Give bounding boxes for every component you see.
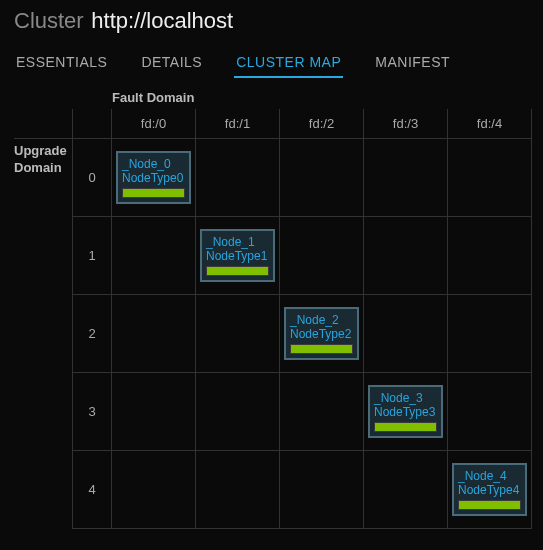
cell-3-4 [448, 373, 532, 451]
node-1[interactable]: _Node_1 NodeType1 [200, 229, 275, 282]
cluster-grid: fd:/0 fd:/1 fd:/2 fd:/3 fd:/4 Upgrade Do… [14, 109, 543, 529]
node-4[interactable]: _Node_4 NodeType4 [452, 463, 527, 516]
node-type: NodeType0 [122, 171, 185, 185]
health-bar-icon [290, 344, 353, 354]
cluster-map: Fault Domain fd:/0 fd:/1 fd:/2 fd:/3 fd:… [0, 78, 543, 529]
node-3[interactable]: _Node_3 NodeType3 [368, 385, 443, 438]
cell-1-2 [280, 217, 364, 295]
upgrade-domain-label: Upgrade Domain [14, 139, 72, 529]
grid-corner [72, 109, 112, 139]
node-name: _Node_0 [122, 157, 185, 171]
col-head-3: fd:/3 [364, 109, 448, 139]
row-head-3: 3 [72, 373, 112, 451]
cell-2-3 [364, 295, 448, 373]
title-prefix: Cluster [14, 8, 84, 33]
tab-details[interactable]: DETAILS [139, 48, 204, 78]
cell-4-0 [112, 451, 196, 529]
cell-1-1: _Node_1 NodeType1 [196, 217, 280, 295]
health-bar-icon [458, 500, 521, 510]
cell-0-0: _Node_0 NodeType0 [112, 139, 196, 217]
node-type: NodeType4 [458, 483, 521, 497]
tab-manifest[interactable]: MANIFEST [373, 48, 452, 78]
tab-cluster-map[interactable]: CLUSTER MAP [234, 48, 343, 78]
row-head-1: 1 [72, 217, 112, 295]
cell-1-0 [112, 217, 196, 295]
page-header: Cluster http://localhost [0, 0, 543, 38]
node-2[interactable]: _Node_2 NodeType2 [284, 307, 359, 360]
cell-4-1 [196, 451, 280, 529]
cell-2-1 [196, 295, 280, 373]
col-head-2: fd:/2 [280, 109, 364, 139]
health-bar-icon [122, 188, 185, 198]
grid-blank [14, 109, 72, 139]
cell-3-2 [280, 373, 364, 451]
fault-domain-label: Fault Domain [112, 90, 543, 105]
node-type: NodeType3 [374, 405, 437, 419]
cell-4-3 [364, 451, 448, 529]
col-head-4: fd:/4 [448, 109, 532, 139]
cell-3-0 [112, 373, 196, 451]
cell-4-2 [280, 451, 364, 529]
health-bar-icon [374, 422, 437, 432]
row-head-2: 2 [72, 295, 112, 373]
node-type: NodeType2 [290, 327, 353, 341]
node-name: _Node_4 [458, 469, 521, 483]
cell-3-3: _Node_3 NodeType3 [364, 373, 448, 451]
col-head-1: fd:/1 [196, 109, 280, 139]
tab-bar: ESSENTIALS DETAILS CLUSTER MAP MANIFEST [0, 38, 543, 78]
node-name: _Node_3 [374, 391, 437, 405]
node-name: _Node_1 [206, 235, 269, 249]
row-head-0: 0 [72, 139, 112, 217]
cell-0-1 [196, 139, 280, 217]
node-type: NodeType1 [206, 249, 269, 263]
col-head-0: fd:/0 [112, 109, 196, 139]
node-0[interactable]: _Node_0 NodeType0 [116, 151, 191, 204]
cell-3-1 [196, 373, 280, 451]
title-url: http://localhost [91, 8, 233, 33]
cell-2-0 [112, 295, 196, 373]
node-name: _Node_2 [290, 313, 353, 327]
cell-0-3 [364, 139, 448, 217]
tab-essentials[interactable]: ESSENTIALS [14, 48, 109, 78]
cell-1-3 [364, 217, 448, 295]
cell-1-4 [448, 217, 532, 295]
row-head-4: 4 [72, 451, 112, 529]
cell-4-4: _Node_4 NodeType4 [448, 451, 532, 529]
health-bar-icon [206, 266, 269, 276]
cell-0-2 [280, 139, 364, 217]
cell-2-4 [448, 295, 532, 373]
cell-0-4 [448, 139, 532, 217]
cell-2-2: _Node_2 NodeType2 [280, 295, 364, 373]
